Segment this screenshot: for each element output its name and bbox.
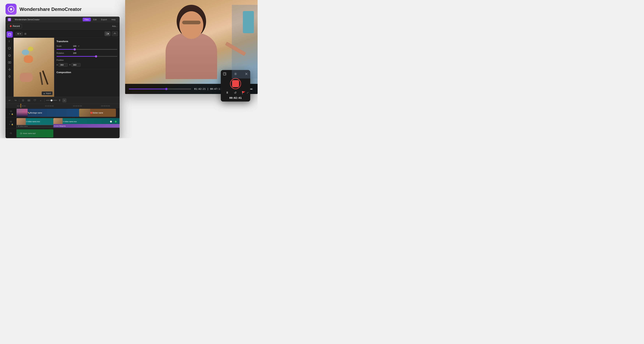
- undo-button[interactable]: ↩: [7, 98, 12, 103]
- track-eye-icon-03[interactable]: 👁: [9, 113, 10, 115]
- position-x-value[interactable]: 360: [58, 63, 68, 67]
- add-track-button[interactable]: +: [62, 98, 66, 102]
- import-button[interactable]: Import: [42, 91, 52, 95]
- clip-video-1-thumbnail: [16, 118, 26, 125]
- app-logo-icon: [6, 4, 16, 15]
- clip-sticker-label: Sticker name: [92, 112, 103, 114]
- pause-recording-icon[interactable]: ⏸: [226, 91, 229, 95]
- track-lock-icon-02[interactable]: 🔒: [11, 123, 13, 125]
- ruler-mark-2: 00:00:00:00: [73, 105, 82, 107]
- grid-view-icon[interactable]: ⊞: [24, 32, 26, 35]
- crop-button[interactable]: ⊡: [21, 98, 25, 103]
- clip-cursor[interactable]: II Cursur Margrerty II: [53, 124, 120, 128]
- svg-rect-3: [8, 33, 11, 36]
- zoom-slider[interactable]: [46, 100, 57, 101]
- recording-start-button[interactable]: [230, 78, 241, 89]
- track-eye-icon-02[interactable]: 👁: [9, 123, 10, 125]
- sidebar-item-files[interactable]: [6, 31, 13, 38]
- recording-widget-bottom-icons: ⏸ ↺ 🚩: [223, 91, 248, 95]
- refresh-icon[interactable]: ↺: [234, 91, 236, 95]
- sidebar-item-effects[interactable]: [6, 66, 13, 73]
- svg-rect-13: [28, 100, 29, 101]
- timeline-container: ↩ ↪ ⊡ 🛡 ⬦ 🎙 +: [6, 97, 120, 138]
- video-progress-bar[interactable]: [129, 89, 191, 89]
- sidebar-item-chat[interactable]: [6, 45, 13, 52]
- track-number-03: 03: [10, 110, 12, 112]
- record-button[interactable]: Record: [8, 24, 22, 28]
- menu-tab-export[interactable]: Export: [99, 18, 109, 21]
- sidebar-item-emoji[interactable]: [6, 52, 13, 59]
- transform-section-title: Transform: [56, 40, 118, 43]
- rotation-slider[interactable]: [56, 56, 118, 57]
- clip-audio[interactable]: Music name.mp3: [16, 129, 53, 137]
- clip-sticker-icon: 🔴: [90, 112, 92, 114]
- timeline-ruler: 00:00:00:00 00:00:00:00 00:00:00:00 00:0…: [6, 104, 120, 108]
- clip-video-1[interactable]: Video name.mov: [16, 118, 53, 125]
- thumbnail-image: [14, 38, 54, 97]
- track-vis-icons-02: 👁 🔒: [9, 123, 13, 125]
- svg-rect-16: [62, 121, 64, 122]
- playhead-indicator: [20, 104, 21, 108]
- clip-video-2-label: Video name.mov: [62, 121, 77, 122]
- audio-label: Music name.mp3: [23, 132, 36, 134]
- flag-icon[interactable]: 🚩: [242, 91, 246, 95]
- scale-value: 100: [69, 45, 76, 47]
- redo-button[interactable]: ↪: [13, 98, 18, 103]
- shield-button[interactable]: 🛡: [32, 98, 37, 103]
- composition-section-title: Composition: [56, 69, 118, 74]
- media-thumbnail: Import: [14, 38, 54, 97]
- clip-montage[interactable]: ✏️ Montage name: [16, 109, 79, 117]
- position-x-input: X 360: [56, 63, 68, 67]
- media-tabs: [104, 31, 118, 36]
- svg-rect-14: [29, 100, 30, 101]
- clip-montage-thumbnail: [16, 109, 28, 117]
- svg-rect-10: [10, 62, 11, 63]
- clip-sticker[interactable]: 🔴 Sticker name: [79, 109, 116, 117]
- filter-select[interactable]: All ▾: [16, 32, 23, 36]
- svg-point-7: [9, 55, 9, 56]
- sidebar-item-text[interactable]: T: [6, 38, 13, 45]
- menu-tabs: Files Edit Export Help: [82, 18, 118, 21]
- menu-tab-edit[interactable]: Edit: [92, 18, 98, 21]
- video-progress-dot: [165, 88, 168, 90]
- recording-timer: 00:02:41: [229, 96, 242, 99]
- scale-reset-icon[interactable]: ↺: [78, 45, 79, 47]
- track-row-03: 03 👁 🔒 ✏️ Montage name: [6, 108, 120, 118]
- track-label-03: 03 👁 🔒: [6, 108, 16, 117]
- cursor-marker-left: II: [54, 125, 55, 127]
- media-tab-audio[interactable]: [112, 31, 118, 36]
- split-button[interactable]: [27, 98, 31, 103]
- svg-text:T: T: [8, 40, 10, 43]
- zoom-control: [46, 100, 57, 101]
- track-lock-icon-03[interactable]: 🔒: [11, 113, 13, 115]
- clip-sticker-thumbnail: [79, 109, 90, 117]
- media-filters: All ▾ ⊞: [14, 30, 120, 38]
- adapt-button[interactable]: Ada...: [112, 25, 118, 27]
- expand-icon[interactable]: [223, 72, 226, 76]
- app-name-small: Wondershare DemoCreator: [15, 19, 40, 21]
- media-tab-video[interactable]: [104, 31, 110, 36]
- toolbar-divider-2: [44, 99, 44, 102]
- scale-slider[interactable]: [56, 49, 118, 50]
- recording-button-inner: [232, 80, 239, 87]
- sidebar-item-transitions[interactable]: [6, 59, 13, 66]
- app-title: Wondershare DemoCreator: [20, 7, 82, 12]
- app-toolbar: Record Ada...: [6, 23, 120, 30]
- fullscreen-icon[interactable]: ⤢: [246, 91, 249, 94]
- track-number-01: 01: [10, 132, 12, 134]
- sidebar-item-rocket[interactable]: [6, 73, 13, 80]
- position-y-label: Y: [69, 64, 70, 66]
- track-number-02: 02: [10, 121, 12, 123]
- position-y-value[interactable]: 360: [72, 63, 80, 67]
- video-progress-fill: [129, 89, 166, 89]
- track-content-01: Music name.mp3: [16, 129, 120, 138]
- mic-button[interactable]: 🎙: [58, 99, 61, 102]
- track-vis-icons-03: 👁 🔒: [9, 113, 13, 115]
- media-panel: All ▾ ⊞: [14, 30, 120, 97]
- menu-tab-help[interactable]: Help: [110, 18, 118, 21]
- motion-dot-2: [115, 121, 117, 122]
- keyframe-button[interactable]: ⬦: [38, 98, 43, 103]
- clip-effect[interactable]: Effect name: [16, 125, 53, 128]
- track-content-03: ✏️ Montage name 🔴 Sticker name: [16, 108, 120, 117]
- ruler-mark-1: 00:00:00:00: [45, 105, 54, 107]
